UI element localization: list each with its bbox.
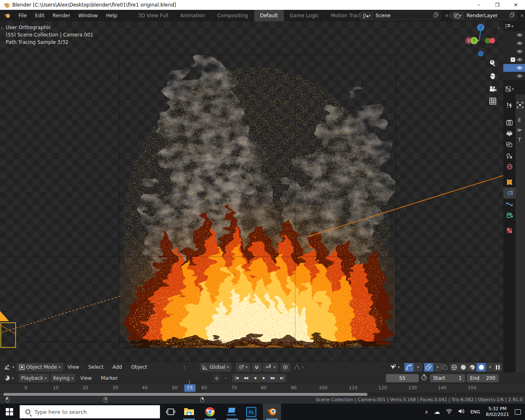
file-explorer-button[interactable]	[184, 407, 194, 417]
viewport-menu-add[interactable]: Add	[108, 364, 126, 370]
tab-texture-properties[interactable]	[503, 225, 516, 236]
outliner-row[interactable]	[503, 48, 525, 56]
use-preview-range-icon[interactable]	[421, 374, 427, 382]
volume-icon[interactable]	[458, 409, 465, 415]
outliner-row[interactable]	[503, 72, 525, 80]
search-input[interactable]	[34, 409, 141, 415]
eye-icon[interactable]	[517, 50, 523, 53]
properties-editor-type[interactable]: ▾	[503, 84, 525, 94]
play-reverse-button[interactable]: ◀	[250, 376, 259, 380]
move-view-hand-icon[interactable]	[488, 71, 497, 80]
timeline-editor[interactable]: ▾ Playback▾ Keying▾ View Marker ● ▾ |◀ ◀…	[0, 372, 525, 396]
onedrive-cloud-icon[interactable]: ☁	[434, 408, 440, 415]
editor-type-button[interactable]: ▾	[2, 363, 17, 372]
taskbar-search[interactable]	[20, 405, 160, 418]
remove-view-layer-icon[interactable]: ×	[518, 13, 525, 18]
auto-keying-toggle[interactable]: ●	[212, 374, 221, 382]
outliner-row[interactable]	[503, 31, 525, 39]
tab-physics-properties[interactable]	[503, 187, 516, 199]
outliner-row[interactable]: ✓	[503, 56, 525, 64]
scene-name[interactable]: Scene	[372, 13, 432, 18]
wifi-icon[interactable]	[446, 409, 452, 415]
workspace-tab-default[interactable]: Default	[254, 10, 284, 21]
toggle-camera-grid-icon[interactable]	[488, 96, 497, 105]
outliner-filter-icon[interactable]	[505, 24, 511, 29]
play-button[interactable]: ▶	[259, 376, 268, 380]
gizmos-toggle[interactable]	[404, 363, 413, 372]
laptop-app-button[interactable]	[226, 407, 236, 417]
task-view-button[interactable]	[166, 407, 176, 417]
proportional-editing-toggle[interactable]	[281, 363, 290, 372]
current-frame-field[interactable]: 55	[386, 374, 419, 382]
timeline-scroll-thumb[interactable]	[3, 393, 368, 396]
workspace-tab-3d-view-full[interactable]: 3D View Full	[132, 10, 174, 21]
new-view-layer-copy-icon[interactable]	[508, 12, 516, 19]
viewport-menu-select[interactable]: Select	[84, 364, 108, 370]
menu-render[interactable]: Render	[48, 13, 74, 18]
shading-solid-button[interactable]	[459, 363, 468, 372]
menu-help[interactable]: Help	[102, 13, 121, 18]
xray-toggle[interactable]	[439, 363, 450, 372]
chrome-button[interactable]	[205, 407, 215, 417]
playback-dropdown[interactable]: Playback▾	[19, 374, 49, 382]
3d-viewport[interactable]: User Orthographic (55) Scene Collection …	[0, 21, 503, 372]
language-indicator[interactable]: ENG	[470, 409, 480, 415]
menu-window[interactable]: Window	[74, 13, 102, 18]
keying-dropdown[interactable]: Keying▾	[51, 374, 76, 382]
eye-icon[interactable]	[517, 33, 523, 37]
tab-tool-properties[interactable]	[503, 100, 516, 111]
menu-file[interactable]: File	[14, 13, 31, 18]
toolbar-expand-icon[interactable]: ›	[1, 25, 3, 31]
tab-render-properties[interactable]	[503, 117, 516, 128]
jump-to-start-button[interactable]: |◀	[232, 376, 241, 380]
blender-menu-icon[interactable]	[4, 13, 11, 18]
tab-object-properties[interactable]	[503, 176, 516, 187]
maximize-button[interactable]: ❐	[488, 0, 507, 10]
playhead[interactable]: 55	[184, 384, 196, 392]
navigation-gizmo[interactable]: Z X Y	[459, 21, 500, 62]
shading-rendered-button[interactable]	[477, 363, 486, 372]
blender-taskbar-active[interactable]	[263, 404, 281, 420]
view-layer-selector[interactable]: ▾ RenderLayer	[451, 11, 517, 20]
zoom-icon[interactable]	[488, 59, 497, 68]
transform-orientation-dropdown[interactable]: Global ▾	[200, 363, 231, 372]
pause-render-button[interactable]	[493, 363, 502, 372]
tab-view-layer-properties[interactable]	[503, 139, 516, 150]
eye-icon[interactable]	[517, 74, 523, 78]
previous-keyframe-button[interactable]: ◀◀	[241, 376, 250, 380]
outliner-row-selected[interactable]	[503, 64, 525, 72]
workspace-tab-game-logic[interactable]: Game Logic	[284, 10, 325, 21]
show-gizmo-dropdown[interactable]: ▾	[387, 363, 402, 372]
tab-object-data-properties[interactable]	[503, 210, 516, 221]
timeline-scrollbar[interactable]: › ‹	[0, 393, 525, 396]
unlink-scene-icon[interactable]: ×	[442, 13, 451, 18]
new-scene-copy-icon[interactable]	[432, 12, 440, 19]
action-center-icon[interactable]	[515, 409, 521, 415]
shading-wireframe-button[interactable]	[450, 363, 459, 372]
next-keyframe-button[interactable]: ▶▶	[268, 376, 277, 380]
timeline-menu-marker[interactable]: Marker	[96, 375, 122, 381]
viewport-menu-view[interactable]: View	[63, 364, 84, 370]
photoshop-button[interactable]: Ps	[246, 407, 256, 417]
view-layer-name[interactable]: RenderLayer	[463, 13, 508, 18]
timeline-ruler[interactable]: 0 10 20 30 40 50 60 70 80 90 100 110 120…	[0, 384, 525, 393]
shading-material-button[interactable]	[468, 363, 477, 372]
snap-with-dropdown[interactable]: ▾	[263, 363, 278, 372]
overlays-toggle[interactable]	[424, 363, 433, 372]
timeline-menu-view[interactable]: View	[75, 375, 96, 381]
tray-expand-icon[interactable]: ∧	[425, 409, 428, 415]
auto-keying-dropdown[interactable]: ▾	[225, 376, 227, 380]
minimize-button[interactable]: –	[470, 0, 488, 10]
tab-world-properties[interactable]	[503, 161, 516, 172]
checkbox-icon[interactable]: ✓	[511, 57, 515, 62]
tab-output-properties[interactable]	[503, 128, 516, 139]
frame-start-field[interactable]: Start1	[430, 374, 465, 382]
timeline-editor-type-button[interactable]: ▾	[2, 374, 16, 382]
close-button[interactable]: ✕	[507, 0, 525, 10]
workspace-tab-compositing[interactable]: Compositing	[211, 10, 253, 21]
outliner-row[interactable]	[503, 39, 525, 48]
snap-toggle[interactable]	[252, 363, 262, 372]
taskbar-clock[interactable]: 5:32 PM 8/02/2021	[486, 406, 509, 418]
eye-icon[interactable]	[517, 66, 523, 70]
eye-icon[interactable]	[517, 58, 523, 62]
